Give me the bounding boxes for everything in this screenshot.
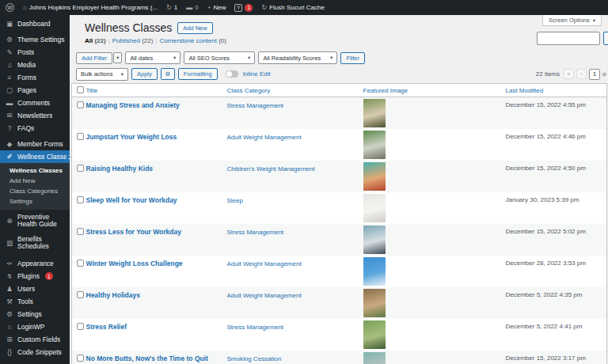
search-submit-button[interactable] <box>603 32 608 45</box>
health-plus-icon: ⊕ <box>6 217 13 225</box>
row-checkbox[interactable] <box>77 165 84 172</box>
dates-filter-select[interactable]: All dates ▾ <box>125 51 180 64</box>
featured-image-thumbnail <box>363 226 386 254</box>
sidebar-item-newsletters[interactable]: ✉Newsletters <box>0 109 70 122</box>
row-checkbox[interactable] <box>77 101 84 108</box>
sidebar-item-media[interactable]: ♫Media <box>0 59 70 71</box>
view-link-all[interactable]: All (22) <box>85 37 106 44</box>
updates-icon: ↻ <box>166 5 172 11</box>
class-category-link[interactable]: Sleep <box>227 197 243 204</box>
sidebar-item-comments[interactable]: ▬Comments <box>0 97 70 109</box>
class-title-link[interactable]: Raising Healthy Kids <box>86 165 154 173</box>
sidebar-item-forms[interactable]: ≡Forms <box>0 71 70 84</box>
media-icon: ♫ <box>6 61 13 69</box>
row-checkbox[interactable] <box>77 260 84 267</box>
row-checkbox[interactable] <box>77 323 84 330</box>
submenu-item-class-categories[interactable]: Class Categories <box>0 186 70 196</box>
class-title-link[interactable]: Managing Stress and Anxiety <box>86 101 180 109</box>
site-name-link[interactable]: ⌂ Johns Hopkins Employer Health Programs… <box>23 4 158 11</box>
sidebar-item-plugins[interactable]: ↯Plugins1 <box>0 270 70 282</box>
yoast-seo-link[interactable]: Y 1 <box>234 4 253 12</box>
class-category-link[interactable]: Adult Weight Management <box>227 134 302 141</box>
updates-link[interactable]: ↻ 1 <box>166 4 177 11</box>
view-separator: | <box>155 37 157 44</box>
class-category-link[interactable]: Adult Weight Management <box>227 292 302 299</box>
sidebar-item-appearance[interactable]: ✑Appearance <box>0 257 70 270</box>
inline-edit-toggle[interactable] <box>226 70 238 78</box>
table-row: Managing Stress and AnxietyStress Manage… <box>72 97 607 129</box>
column-header-title[interactable]: Title <box>85 84 226 97</box>
home-icon: ⌂ <box>23 5 27 11</box>
class-title-link[interactable]: No More Butts, Now's the Time to Quit <box>86 355 208 362</box>
sidebar-item-custom-fields[interactable]: ⊞Custom Fields <box>0 333 70 346</box>
class-title-link[interactable]: Jumpstart Your Weight Loss <box>86 133 177 141</box>
class-title-link[interactable]: Sleep Well for Your Workday <box>86 196 177 204</box>
class-category-link[interactable]: Stress Management <box>227 229 284 236</box>
class-category-link[interactable]: Children's Weight Management <box>227 165 315 173</box>
class-category-link[interactable]: Adult Weight Management <box>227 260 302 267</box>
view-link-published[interactable]: Published (22) <box>112 37 154 44</box>
wellness-classes-icon: ✐ <box>6 153 13 161</box>
submenu-item-wellness-classes-all[interactable]: Wellness Classes <box>0 165 70 176</box>
wordpress-logo-icon[interactable]: W <box>6 3 14 12</box>
class-category-link[interactable]: Smoking Cessation <box>227 355 282 362</box>
add-new-button[interactable]: Add New <box>177 22 212 34</box>
view-link-cornerstone[interactable]: Cornerstone content (0) <box>159 37 226 44</box>
class-category-link[interactable]: Stress Management <box>227 324 284 331</box>
last-modified-date: December 5, 2022 4:35 pm <box>504 287 607 319</box>
column-settings-button[interactable]: ⚙ <box>161 68 175 80</box>
comments-link[interactable]: ▬ 0 <box>186 4 198 11</box>
row-checkbox[interactable] <box>77 228 84 235</box>
sidebar-item-preventive-health-guide[interactable]: ⊕Preventive Health Guide <box>0 210 70 232</box>
sidebar-item-pages[interactable]: ▢Pages <box>0 84 70 97</box>
search-input[interactable] <box>537 32 600 45</box>
submenu-item-settings[interactable]: Settings <box>0 196 70 207</box>
first-page-button[interactable]: « <box>564 69 574 79</box>
sidebar-item-users[interactable]: ♟Users <box>0 282 70 295</box>
row-checkbox[interactable] <box>77 196 84 203</box>
row-checkbox[interactable] <box>77 133 84 140</box>
class-title-link[interactable]: Winter Weight Loss Challenge <box>86 260 183 267</box>
sidebar-item-settings[interactable]: ⚙Settings <box>0 308 70 320</box>
class-title-link[interactable]: Stress Less for Your Workday <box>86 228 181 236</box>
table-row: Jumpstart Your Weight LossAdult Weight M… <box>72 129 607 161</box>
class-title-link[interactable]: Healthy Holidays <box>86 291 141 299</box>
sidebar-item-loginwp[interactable]: ⌂LoginWP <box>0 320 70 333</box>
row-checkbox[interactable] <box>77 291 84 298</box>
class-title-link[interactable]: Stress Relief <box>86 323 127 331</box>
sidebar-item-dashboard[interactable]: ▣Dashboard <box>0 17 70 30</box>
formatting-button[interactable]: Formatting <box>178 68 218 80</box>
readability-filter-select[interactable]: All Readability Scores ▾ <box>258 51 337 64</box>
sidebar-item-label: Wellness Classes <box>17 153 70 161</box>
sidebar-item-member-forms[interactable]: ◆Member Forms <box>0 138 70 150</box>
apply-button[interactable]: Apply <box>131 68 158 80</box>
screen-options-tab[interactable]: Screen Options ▾ <box>542 15 602 26</box>
column-header-featured-image[interactable]: Featured Image <box>362 84 504 97</box>
flush-sucuri-cache-link[interactable]: ↻ Flush Sucuri Cache <box>261 4 325 11</box>
select-all-checkbox[interactable] <box>77 86 84 93</box>
sidebar-item-code-snippets[interactable]: {}Code Snippets <box>0 346 70 358</box>
submenu-item-add-new[interactable]: Add New <box>0 176 70 186</box>
new-label: New <box>213 4 226 11</box>
previous-page-button[interactable]: ‹ <box>576 69 587 79</box>
dashboard-icon: ▣ <box>6 20 13 28</box>
sidebar-item-label: Plugins <box>17 272 40 280</box>
new-content-link[interactable]: + New <box>207 4 226 11</box>
current-page-input[interactable]: 1 <box>589 69 600 80</box>
sidebar-item-posts[interactable]: ✎Posts <box>0 46 70 59</box>
add-filter-button[interactable]: Add Filter <box>76 52 112 64</box>
class-category-link[interactable]: Stress Management <box>227 102 284 109</box>
filter-button[interactable]: Filter <box>340 52 365 64</box>
sidebar-item-faqs[interactable]: ?FAQs <box>0 122 70 135</box>
column-header-class-category[interactable]: Class Category <box>226 84 362 97</box>
add-filter-caret-button[interactable]: ▾ <box>113 52 122 63</box>
column-header-last-modified[interactable]: Last Modified <box>504 84 607 97</box>
sidebar-item-tools[interactable]: ⚒Tools <box>0 295 70 308</box>
sidebar-item-theme-settings[interactable]: ⚙Theme Settings <box>0 33 70 46</box>
sidebar-menu: ▣Dashboard⚙Theme Settings✎Posts♫Media≡Fo… <box>0 15 70 364</box>
bulk-actions-select[interactable]: Bulk actions ▾ <box>76 68 128 81</box>
seo-scores-filter-select[interactable]: All SEO Scores ▾ <box>184 51 255 64</box>
sidebar-item-wellness-classes[interactable]: ✐Wellness Classes <box>0 150 70 163</box>
sidebar-item-benefits-schedules[interactable]: ▥Benefits Schedules <box>0 232 70 254</box>
row-checkbox[interactable] <box>77 355 84 362</box>
